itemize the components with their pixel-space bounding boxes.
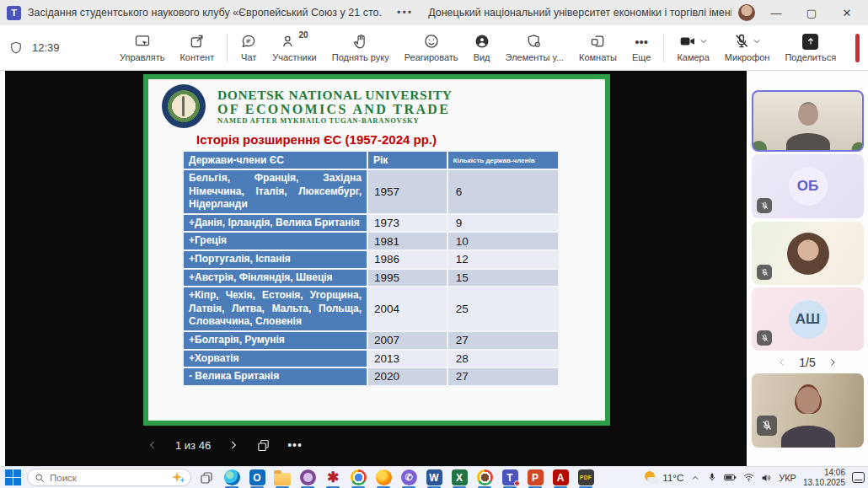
university-name-line3: NAMED AFTER MYKHAILO TUGAN-BARANOVSKY — [217, 117, 453, 126]
raise-hand-button[interactable]: Поднять руку — [324, 27, 397, 69]
next-slide-button[interactable] — [228, 439, 239, 451]
participants-prev-icon[interactable] — [777, 357, 787, 367]
camera-button[interactable]: Камера — [669, 27, 716, 69]
participant-tile[interactable]: ОБ — [752, 154, 864, 218]
microphone-button[interactable]: Микрофон — [717, 27, 778, 69]
excel-icon[interactable]: X — [449, 468, 469, 488]
shield-gear-icon — [526, 33, 543, 50]
viber-icon[interactable]: ✆ — [399, 468, 419, 488]
react-button[interactable]: Реагировать — [397, 27, 466, 69]
outlook-icon[interactable]: O — [247, 468, 267, 488]
table-row: +Кіпр, Чехія, Естонія, Угорщина, Латвія,… — [183, 287, 559, 331]
taskbar-search[interactable] — [27, 469, 191, 486]
view-button[interactable]: Вид — [466, 27, 498, 69]
camera-chevron-icon[interactable] — [699, 36, 709, 46]
user-avatar[interactable] — [738, 4, 755, 21]
chrome-profile-icon[interactable] — [474, 468, 495, 488]
notification-center-icon[interactable] — [852, 472, 865, 483]
participants-pagination: 1/5 — [747, 356, 868, 369]
pdf-app-icon[interactable]: PDF — [576, 468, 596, 488]
clock[interactable]: 14:06 13.10.2025 — [803, 468, 845, 488]
table-row: +Данія, Ірландія, Велика Британія 1973 9 — [183, 214, 559, 233]
header-year: Рік — [367, 151, 447, 169]
firefox-icon[interactable] — [373, 468, 394, 488]
content-button[interactable]: Контент — [172, 27, 222, 69]
table-row: Бельгія, Франція, Західна Німеччина, Іта… — [183, 169, 559, 214]
language-indicator[interactable]: УКР — [779, 473, 796, 483]
chat-button[interactable]: Чат — [233, 27, 265, 69]
meeting-timer: 12:39 — [32, 41, 60, 54]
wifi-icon[interactable] — [743, 473, 754, 482]
smiley-icon — [423, 33, 440, 50]
red-app-icon[interactable]: ✱ — [323, 468, 343, 488]
participant-tile[interactable]: АШ — [752, 287, 864, 351]
eu-enlargement-table: Держави-члени ЄС Рік Кількість держав-чл… — [182, 150, 560, 387]
leave-button[interactable]: Выйти — [855, 34, 860, 62]
edge-browser-icon[interactable] — [222, 468, 242, 488]
self-video — [796, 387, 820, 414]
tor-browser-icon[interactable] — [297, 468, 318, 488]
weather-icon — [645, 471, 659, 484]
more-button[interactable]: ••• Еще — [624, 27, 658, 69]
tray-date: 13.10.2025 — [803, 478, 845, 488]
rooms-button[interactable]: Комнаты — [571, 27, 624, 69]
participants-next-icon[interactable] — [828, 357, 838, 367]
participant-initials-avatar: АШ — [789, 300, 828, 339]
participant-video — [798, 104, 818, 126]
shared-screen-stage: DONETSK NATIONAL UNIVERSITY OF ECONOMICS… — [5, 71, 747, 466]
word-icon[interactable]: W — [424, 468, 444, 488]
participants-page-indicator: 1/5 — [799, 356, 815, 369]
search-input[interactable] — [50, 473, 142, 483]
tray-chevron-icon[interactable] — [690, 473, 700, 483]
more-options-icon[interactable]: ••• — [287, 438, 303, 452]
table-row: - Велика Британія 2020 27 — [183, 367, 559, 386]
copilot-sparkle-icon — [170, 471, 185, 485]
camera-icon — [678, 33, 697, 50]
file-explorer-icon[interactable] — [272, 468, 292, 488]
meeting-apps-button[interactable]: Элементы у... — [498, 27, 571, 69]
participant-video-tile-active[interactable] — [752, 90, 864, 152]
acrobat-icon[interactable]: A — [550, 468, 571, 488]
close-button[interactable]: ✕ — [833, 1, 861, 24]
participant-initials-avatar: ОБ — [789, 167, 828, 206]
previous-slide-button[interactable] — [147, 439, 158, 451]
meeting-title: Засідання студентського наукового клубу … — [28, 7, 382, 19]
search-icon — [35, 473, 45, 483]
task-view-button[interactable] — [196, 468, 217, 488]
thumbnails-grid-icon[interactable] — [256, 438, 271, 453]
maximize-button[interactable]: ▢ — [797, 1, 826, 24]
participants-sidebar: ОБ АШ 1/5 — [747, 71, 868, 466]
presentation-slide: DONETSK NATIONAL UNIVERSITY OF ECONOMICS… — [143, 74, 610, 426]
university-seal-logo — [162, 84, 206, 128]
mic-muted-icon — [757, 198, 772, 213]
microphone-muted-icon — [733, 33, 750, 50]
manage-button[interactable]: Управлять — [112, 27, 172, 69]
minimize-button[interactable]: — — [762, 1, 790, 24]
toolbar-divider — [663, 34, 664, 62]
powerpoint-icon[interactable]: P — [525, 468, 545, 488]
meeting-main-area: DONETSK NATIONAL UNIVERSITY OF ECONOMICS… — [0, 71, 868, 466]
participants-button[interactable]: 20 Участники — [265, 27, 324, 69]
table-row: +Австрія, Фінляндія, Швеція 1995 15 — [183, 269, 559, 287]
start-button[interactable] — [3, 469, 22, 487]
teams-app-icon: T — [7, 6, 21, 20]
battery-icon[interactable] — [724, 473, 737, 482]
speaker-icon[interactable] — [761, 473, 772, 483]
share-button[interactable]: Поделиться — [777, 27, 844, 69]
tray-microphone-icon[interactable] — [707, 472, 717, 483]
participant-tile[interactable] — [752, 222, 864, 285]
chrome-icon[interactable] — [348, 468, 368, 488]
mic-muted-icon — [757, 416, 777, 436]
table-row: +Хорватія 2013 28 — [183, 350, 559, 368]
self-video-tile[interactable] — [752, 373, 864, 448]
weather-widget[interactable]: 11°C — [645, 471, 683, 484]
microphone-chevron-icon[interactable] — [752, 36, 762, 46]
meeting-toolbar: 12:39 Управлять Контент Чат 20 Участники — [0, 25, 868, 71]
table-header-row: Держави-члени ЄС Рік Кількість держав-чл… — [183, 151, 559, 169]
raise-hand-icon — [352, 33, 369, 50]
teams-taskbar-icon[interactable]: T — [500, 468, 520, 488]
university-name-line1: DONETSK NATIONAL UNIVERSITY — [217, 88, 453, 102]
header-member-count: Кількість держав-членів — [447, 151, 559, 169]
mic-muted-icon — [757, 265, 772, 280]
rooms-icon — [589, 33, 606, 50]
